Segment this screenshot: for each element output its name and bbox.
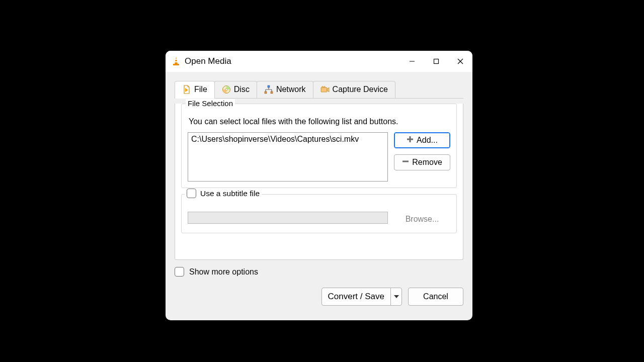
svg-point-21 xyxy=(321,86,323,88)
tab-network[interactable]: Network xyxy=(257,81,313,98)
convert-save-label[interactable]: Convert / Save xyxy=(322,288,390,305)
convert-save-dropdown[interactable] xyxy=(390,288,401,305)
tab-network-label: Network xyxy=(276,85,306,94)
remove-button-label: Remove xyxy=(412,158,442,167)
browse-button: Browse... xyxy=(394,212,450,227)
cancel-button[interactable]: Cancel xyxy=(408,288,463,306)
browse-button-label: Browse... xyxy=(406,215,439,224)
cancel-button-label: Cancel xyxy=(423,292,448,301)
titlebar: Open Media xyxy=(166,51,472,72)
file-list[interactable]: C:\Users\shopinverse\Videos\Captures\sci… xyxy=(188,132,388,182)
tab-capture-device[interactable]: Capture Device xyxy=(313,81,395,98)
minus-icon xyxy=(402,158,409,167)
svg-point-22 xyxy=(324,86,325,88)
tab-pane: File Selection You can select local file… xyxy=(175,104,463,260)
add-button-label: Add... xyxy=(417,136,438,145)
plus-icon xyxy=(407,136,414,145)
svg-rect-19 xyxy=(321,87,327,92)
subtitle-group: Use a subtitle file Browse... xyxy=(181,194,457,233)
svg-rect-13 xyxy=(265,92,267,94)
tab-capture-label: Capture Device xyxy=(333,85,388,94)
svg-point-11 xyxy=(225,88,227,90)
svg-rect-5 xyxy=(434,59,439,64)
remove-button[interactable]: Remove xyxy=(394,154,450,170)
svg-rect-2 xyxy=(175,61,178,62)
file-list-item[interactable]: C:\Users\shopinverse\Videos\Captures\sci… xyxy=(191,135,384,144)
maximize-button[interactable] xyxy=(424,51,448,72)
svg-rect-12 xyxy=(268,85,270,87)
svg-rect-3 xyxy=(173,64,179,65)
add-button[interactable]: Add... xyxy=(394,132,450,148)
bottom-area: Show more options Convert / Save Cancel xyxy=(175,260,463,306)
svg-marker-8 xyxy=(188,85,189,87)
close-button[interactable] xyxy=(448,51,472,72)
convert-save-button[interactable]: Convert / Save xyxy=(321,288,402,306)
file-selection-legend: File Selection xyxy=(186,99,235,108)
tab-file-label: File xyxy=(194,85,207,94)
minimize-button[interactable] xyxy=(400,51,424,72)
use-subtitle-checkbox[interactable] xyxy=(187,189,196,198)
show-more-checkbox[interactable] xyxy=(175,267,184,277)
svg-rect-1 xyxy=(175,59,177,60)
use-subtitle-label: Use a subtitle file xyxy=(200,189,260,198)
tab-disc-label: Disc xyxy=(234,85,250,94)
capture-device-icon xyxy=(320,85,330,94)
tab-disc[interactable]: Disc xyxy=(214,81,257,98)
svg-marker-0 xyxy=(175,57,178,64)
show-more-label: Show more options xyxy=(189,267,258,277)
svg-marker-20 xyxy=(327,87,329,92)
file-icon xyxy=(182,85,191,94)
vlc-cone-icon xyxy=(172,56,181,66)
open-media-dialog: Open Media Fil xyxy=(166,51,472,320)
subtitle-path-input xyxy=(188,212,388,224)
tab-file[interactable]: File xyxy=(175,81,215,98)
tab-bar: File Disc xyxy=(175,81,463,99)
network-icon xyxy=(264,85,273,94)
svg-rect-14 xyxy=(271,92,273,94)
window-buttons xyxy=(400,51,472,72)
disc-icon xyxy=(222,85,231,94)
file-selection-hint: You can select local files with the foll… xyxy=(189,117,449,126)
svg-marker-26 xyxy=(394,295,399,298)
dialog-body: File Disc xyxy=(166,72,472,315)
window-title: Open Media xyxy=(185,56,400,66)
file-selection-group: File Selection You can select local file… xyxy=(181,104,457,188)
show-more-row[interactable]: Show more options xyxy=(175,267,463,277)
